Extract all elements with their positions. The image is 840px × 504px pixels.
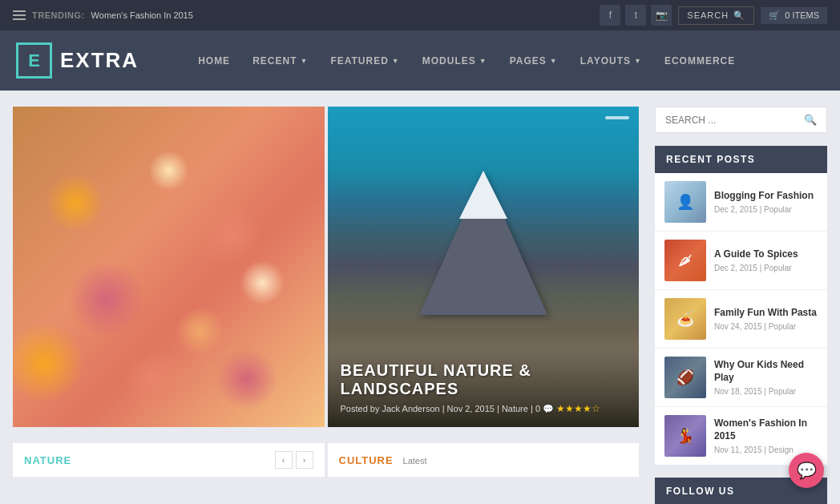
instagram-icon[interactable]: 📷 — [651, 5, 672, 26]
recent-post-item[interactable]: 🍝 Family Fun With Pasta Nov 24, 2015 | P… — [655, 290, 827, 349]
facebook-icon[interactable]: f — [600, 5, 620, 26]
nav-layouts[interactable]: LAYOUTS ▼ — [569, 30, 653, 91]
culture-title: CULTURE — [339, 454, 394, 466]
comment-icon: 💬 — [543, 404, 554, 413]
nature-section-label: NATURE ‹ › — [13, 443, 325, 477]
sidebar: 🔍 RECENT POSTS 👤 Blogging For Fashion De… — [655, 107, 827, 504]
chevron-down-icon: ▼ — [300, 57, 308, 65]
nav-featured[interactable]: FEATURED ▼ — [319, 30, 410, 91]
post-meta: Nov 24, 2015 | Popular — [714, 322, 818, 331]
slide-title: BEAUTIFUL NATURE & LANDSCAPES — [341, 361, 627, 398]
chevron-down-icon: ▼ — [634, 57, 642, 65]
section-nav: ‹ › — [275, 451, 313, 469]
fashion2-thumbnail: 💃 — [664, 415, 706, 457]
recent-posts-section: RECENT POSTS 👤 Blogging For Fashion Dec … — [655, 146, 827, 465]
slide-indicator — [605, 116, 629, 119]
post-title: Why Our Kids Need Play — [714, 359, 818, 384]
search-icon: 🔍 — [804, 114, 817, 126]
post-meta: Dec 2, 2015 | Popular — [714, 264, 818, 272]
nature-title: NATURE — [24, 454, 71, 466]
post-info: A Guide To Spices Dec 2, 2015 | Popular — [714, 248, 818, 272]
culture-section-label: CULTURE Latest — [328, 443, 640, 477]
cart-icon: 🛒 — [769, 10, 780, 21]
search-box[interactable]: 🔍 — [655, 107, 827, 133]
top-bar-right: f t 📷 SEARCH 🔍 🛒 0 ITEMS — [600, 5, 827, 26]
main-content: BEAUTIFUL NATURE & LANDSCAPES Posted by … — [0, 91, 840, 504]
mountain-snow — [459, 171, 507, 219]
post-thumbnail: 🌶 — [664, 240, 706, 281]
slide-meta: Posted by Jack Anderson | Nov 2, 2015 | … — [341, 403, 627, 414]
cart-button[interactable]: 🛒 0 ITEMS — [761, 7, 827, 24]
post-thumbnail: 🍝 — [664, 298, 706, 340]
prev-button[interactable]: ‹ — [275, 451, 293, 469]
header: E EXTRA HOME RECENT ▼ FEATURED ▼ MODULES… — [0, 30, 840, 91]
trending-label: TRENDING: — [32, 10, 85, 20]
recent-post-item[interactable]: 👤 Blogging For Fashion Dec 2, 2015 | Pop… — [655, 173, 827, 232]
nav-home[interactable]: HOME — [187, 30, 241, 91]
recent-posts-list: 👤 Blogging For Fashion Dec 2, 2015 | Pop… — [655, 173, 827, 465]
post-info: Why Our Kids Need Play Nov 18, 2015 | Po… — [714, 359, 818, 395]
nav-recent[interactable]: RECENT ▼ — [241, 30, 319, 91]
pasta-thumbnail: 🍝 — [664, 298, 706, 340]
kids-thumbnail: 🏈 — [664, 357, 706, 398]
top-bar: TRENDING: Women's Fashion In 2015 f t 📷 … — [0, 0, 840, 30]
trending-text: Women's Fashion In 2015 — [91, 10, 193, 20]
next-button[interactable]: › — [296, 451, 313, 469]
fashion-thumbnail: 👤 — [664, 181, 706, 223]
post-thumbnail: 👤 — [664, 181, 706, 223]
recent-post-item[interactable]: 🏈 Why Our Kids Need Play Nov 18, 2015 | … — [655, 349, 827, 407]
star-rating: ★★★★☆ — [556, 403, 600, 414]
spices-thumbnail: 🌶 — [664, 240, 706, 281]
logo-icon: E — [16, 42, 52, 79]
post-title: A Guide To Spices — [714, 248, 818, 261]
recent-post-item[interactable]: 🌶 A Guide To Spices Dec 2, 2015 | Popula… — [655, 232, 827, 290]
content-left: BEAUTIFUL NATURE & LANDSCAPES Posted by … — [13, 107, 639, 504]
post-meta: Nov 18, 2015 | Popular — [714, 387, 818, 396]
search-button[interactable]: SEARCH 🔍 — [678, 6, 754, 25]
post-info: Family Fun With Pasta Nov 24, 2015 | Pop… — [714, 307, 818, 331]
nav-modules[interactable]: MODULES ▼ — [411, 30, 499, 91]
search-input[interactable] — [665, 115, 804, 126]
nav-pages[interactable]: PAGES ▼ — [499, 30, 569, 91]
recent-posts-title: RECENT POSTS — [655, 146, 827, 173]
slide-roses[interactable] — [13, 107, 325, 427]
post-meta: Dec 2, 2015 | Popular — [714, 205, 818, 214]
social-icons: f t 📷 — [600, 5, 672, 26]
twitter-icon[interactable]: t — [625, 5, 646, 26]
post-info: Blogging For Fashion Dec 2, 2015 | Popul… — [714, 190, 818, 214]
hamburger-menu[interactable] — [13, 10, 26, 20]
post-title: Blogging For Fashion — [714, 190, 818, 203]
logo[interactable]: E EXTRA — [16, 42, 139, 79]
chevron-down-icon: ▼ — [479, 57, 487, 65]
chat-button[interactable]: 💬 — [789, 453, 824, 488]
culture-sub: Latest — [403, 456, 427, 466]
nav-ecommerce[interactable]: ECOMMERCE — [653, 30, 746, 91]
logo-text: EXTRA — [60, 48, 139, 73]
post-title: Family Fun With Pasta — [714, 307, 818, 320]
slide-overlay: BEAUTIFUL NATURE & LANDSCAPES Posted by … — [328, 349, 640, 427]
chevron-down-icon: ▼ — [550, 57, 558, 65]
chevron-down-icon: ▼ — [392, 57, 400, 65]
top-bar-left: TRENDING: Women's Fashion In 2015 — [13, 10, 193, 20]
post-thumbnail: 💃 — [664, 415, 706, 457]
bottom-labels: NATURE ‹ › CULTURE Latest — [13, 443, 639, 477]
featured-slider: BEAUTIFUL NATURE & LANDSCAPES Posted by … — [13, 107, 639, 427]
post-thumbnail: 🏈 — [664, 357, 706, 398]
post-title: Women's Fashion In 2015 — [714, 417, 818, 442]
main-nav: HOME RECENT ▼ FEATURED ▼ MODULES ▼ PAGES… — [187, 30, 746, 91]
roses-background — [13, 107, 325, 427]
slide-mountains[interactable]: BEAUTIFUL NATURE & LANDSCAPES Posted by … — [328, 107, 640, 427]
post-info: Women's Fashion In 2015 Nov 11, 2015 | D… — [714, 417, 818, 454]
search-icon: 🔍 — [733, 10, 745, 21]
